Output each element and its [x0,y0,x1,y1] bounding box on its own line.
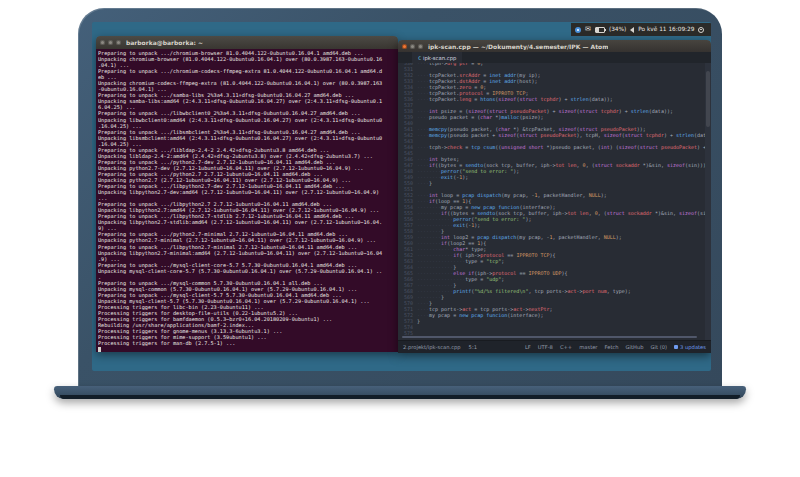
system-panel: ✉ (34%) Po kvě 11 16:09:29 [571,23,711,36]
status-bar: 2.projekt/ipk-scan.cpp 5:1 LF UTF-8 C++ … [398,340,711,353]
vertical-scrollbar[interactable] [705,63,711,340]
terminal-line: Unpacking libsmbclient:amd64 (2:4.3.11+d… [98,135,396,141]
terminal-cursor [98,347,101,352]
editor-lines: 530····tcph->urg_ptr = 0;531532····tcpPa… [398,63,711,336]
status-cursor-position[interactable]: 5:1 [469,344,477,350]
terminal-window: barborka@barborka: ~ Preparing to unpack… [96,36,398,352]
cpp-file-icon: C [418,55,421,61]
tab-bar: C ipk-scan.cpp [398,52,711,63]
terminal-line: Unpacking libpython2.7-dev:amd64 (2.7.12… [98,189,396,195]
close-icon[interactable] [100,40,105,45]
terminal-line: Unpacking libpython2.7-minimal:amd64 (2.… [98,250,396,256]
terminal-cursor-line [98,346,396,352]
terminal-line: Unpacking mysql-client-core-5.7 (5.7.30-… [98,268,396,274]
atom-window-title: ipk-scan.cpp — ~/Dokumenty/4.semester/IP… [428,43,608,50]
terminal-line: Preparing to unpack .../chromium-codecs-… [98,68,396,74]
terminal-line: Preparing to unpack .../libpython2.7-min… [98,244,396,250]
status-language[interactable]: C++ [560,344,572,350]
status-fetch-button[interactable]: Fetch [605,344,619,350]
atom-window-buttons [402,44,423,49]
updates-icon [674,345,678,349]
settings-icon[interactable] [698,27,704,33]
vertical-scrollbar-thumb[interactable] [706,71,710,127]
status-line-ending[interactable]: LF [525,344,531,350]
status-updates[interactable]: 3 updates [674,344,706,350]
terminal-line: Unpacking samba-libs:amd64 (2:4.3.11+dfs… [98,98,396,104]
terminal-line: Preparing to unpack .../libsmbclient_2%3… [98,129,396,135]
tab-label: ipk-scan.cpp [423,55,456,61]
maximize-icon[interactable] [116,40,121,45]
status-encoding[interactable]: UTF-8 [538,344,553,350]
horizontal-scrollbar[interactable] [402,336,697,338]
terminal-title: barborka@barborka: ~ [126,39,203,46]
terminal-titlebar[interactable]: barborka@barborka: ~ [96,36,398,49]
indicator-icon[interactable] [575,27,581,33]
terminal-line: Unpacking libwbclient0:amd64 (2:4.3.11+d… [98,117,396,123]
terminal-line: Unpacking mysql-common (5.7.30-0ubuntu0.… [98,286,396,292]
code-editor[interactable]: 530····tcph->urg_ptr = 0;531532····tcpPa… [398,63,711,340]
atom-window: ipk-scan.cpp — ~/Dokumenty/4.semester/IP… [398,40,711,353]
terminal-line: Preparing to unpack .../libwbclient0_2%3… [98,110,396,116]
terminal-line: Unpacking chromium-browser (81.0.4044.12… [98,56,396,62]
status-git-changes[interactable]: Git (0) [651,344,668,350]
stage: ✉ (34%) Po kvě 11 16:09:29 barborka@barb… [0,0,800,477]
terminal-line: Preparing to unpack .../mysql-client-cor… [98,262,396,268]
tab-ipk-scan[interactable]: C ipk-scan.cpp [412,52,462,63]
minimize-icon[interactable] [410,44,415,49]
mail-icon[interactable]: ✉ [585,23,591,36]
status-github-button[interactable]: GitHub [626,344,644,350]
minimize-icon[interactable] [108,40,113,45]
clock[interactable]: Po kvě 11 16:09:29 [638,23,694,36]
laptop-base [54,386,746,399]
terminal-output[interactable]: Preparing to unpack .../chromium-browser… [96,49,398,352]
desktop: ✉ (34%) Po kvě 11 16:09:29 barborka@barb… [92,22,711,371]
status-file-path[interactable]: 2.projekt/ipk-scan.cpp [403,344,461,350]
close-icon[interactable] [402,44,407,49]
terminal-line: Unpacking libldap-2.4-2:amd64 (2.4.42+df… [98,153,396,159]
volume-icon[interactable] [630,27,634,33]
terminal-window-buttons [100,40,121,45]
maximize-icon[interactable] [418,44,423,49]
terminal-line: Unpacking python2.7-minimal (2.7.12-1ubu… [98,237,396,243]
atom-titlebar[interactable]: ipk-scan.cpp — ~/Dokumenty/4.semester/IP… [398,40,711,52]
status-git-branch[interactable]: master [579,344,597,350]
terminal-line: Unpacking libpython2.7-stdlib:amd64 (2.7… [98,219,396,225]
battery-percent: (34%) [609,23,626,36]
battery-icon[interactable] [595,27,605,33]
